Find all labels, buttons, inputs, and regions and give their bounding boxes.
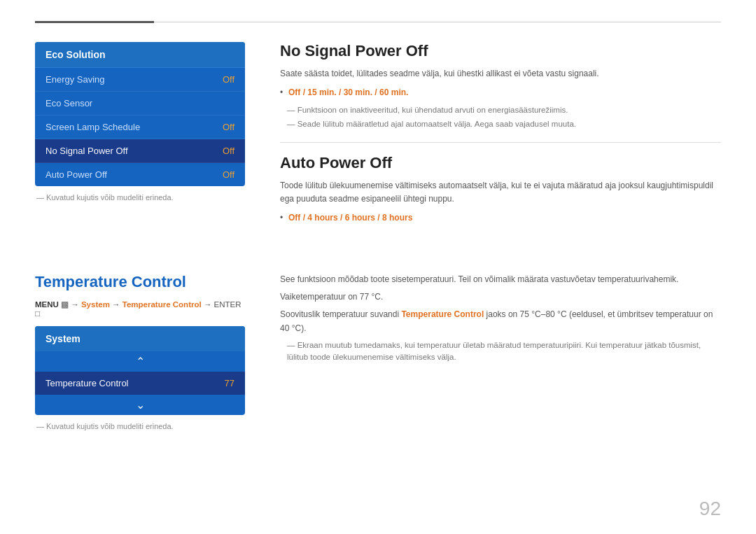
temp-highlight: Temperature Control [401, 309, 484, 319]
menu-item-auto-power[interactable]: Auto Power Off Off [35, 163, 245, 186]
menu-enter-icon: □ [35, 309, 40, 318]
divider-dark [35, 21, 154, 23]
menu-item-label: Screen Lamp Schedule [46, 122, 140, 132]
temp-note: Kuvatud kujutis võib mudeliti erineda. [35, 422, 245, 430]
no-signal-desc: Saate säästa toidet, lülitades seadme vä… [280, 67, 721, 80]
menu-arrow3: → ENTER [204, 300, 241, 309]
menu-arrow1: ▩ → [61, 300, 81, 309]
auto-power-title: Auto Power Off [280, 154, 721, 172]
menu-item-screen-lamp[interactable]: Screen Lamp Schedule Off [35, 115, 245, 139]
system-box: System ⌃ Temperature Control 77 ⌄ [35, 326, 245, 415]
divider-light [154, 22, 721, 22]
menu-item-value: Off [223, 122, 234, 132]
menu-item-label: No Signal Power Off [46, 146, 128, 156]
eco-menu-panel: Eco Solution Energy Saving Off Eco Senso… [35, 42, 245, 202]
auto-power-bullets: Off / 4 hours / 6 hours / 8 hours [280, 211, 721, 224]
menu-item-energy-saving[interactable]: Energy Saving Off [35, 68, 245, 92]
temp-right-panel: See funktsioon mõõdab toote sisetemperat… [280, 273, 721, 365]
menu-temp-control: Temperature Control [122, 300, 202, 309]
temp-desc1: See funktsioon mõõdab toote sisetemperat… [280, 273, 721, 286]
system-item-label: Temperature Control [46, 378, 129, 388]
menu-item-no-signal[interactable]: No Signal Power Off Off [35, 139, 245, 163]
temp-title: Temperature Control [35, 273, 245, 291]
auto-power-bullet1: Off / 4 hours / 6 hours / 8 hours [280, 211, 721, 224]
eco-menu-header: Eco Solution [35, 42, 245, 68]
menu-item-value: Off [223, 169, 234, 180]
system-header: System [35, 326, 245, 351]
temp-note1: Ekraan muutub tumedamaks, kui temperatuu… [280, 339, 721, 364]
no-signal-note2: Seade lülitub määratletud ajal automaats… [280, 118, 721, 130]
eco-menu-box: Eco Solution Energy Saving Off Eco Senso… [35, 42, 245, 186]
no-signal-title: No Signal Power Off [280, 42, 721, 60]
arrow-up-icon: ⌃ [35, 351, 245, 372]
temp-desc2: Vaiketemperatuur on 77 °C. [280, 290, 721, 304]
no-signal-highlight: Off / 15 min. / 30 min. / 60 min. [288, 87, 408, 97]
menu-item-value: Off [223, 74, 234, 85]
menu-item-label: Auto Power Off [46, 169, 107, 180]
system-temp-item[interactable]: Temperature Control 77 [35, 372, 245, 395]
top-dividers [35, 21, 721, 23]
no-signal-bullet1: Off / 15 min. / 30 min. / 60 min. [280, 86, 721, 99]
arrow-down-icon: ⌄ [35, 395, 245, 415]
menu-system: System [81, 300, 110, 309]
menu-item-label: Eco Sensor [46, 98, 92, 108]
auto-power-desc: Toode lülitub ülekuumenemise vältimiseks… [280, 179, 721, 206]
eco-note: Kuvatud kujutis võib mudeliti erineda. [35, 193, 245, 202]
menu-item-eco-sensor[interactable]: Eco Sensor [35, 92, 245, 115]
no-signal-bullets: Off / 15 min. / 30 min. / 60 min. [280, 86, 721, 99]
section-divider [280, 142, 721, 143]
temp-desc3: Soovituslik temperatuur suvandi Temperat… [280, 308, 721, 335]
menu-item-value: Off [223, 146, 234, 156]
menu-arrow2: → [112, 300, 122, 309]
page-number: 92 [699, 498, 721, 520]
auto-power-highlight: Off / 4 hours / 6 hours / 8 hours [288, 213, 412, 223]
menu-path: MENU ▩ → System → Temperature Control → … [35, 300, 245, 318]
menu-keyword: MENU [35, 300, 61, 309]
temp-section-left: Temperature Control MENU ▩ → System → Te… [35, 273, 245, 430]
page-container: Eco Solution Energy Saving Off Eco Senso… [0, 0, 756, 534]
right-panel: No Signal Power Off Saate säästa toidet,… [280, 42, 721, 230]
menu-item-label: Energy Saving [46, 74, 105, 85]
system-item-value: 77 [225, 378, 234, 388]
no-signal-note1: Funktsioon on inaktiveeritud, kui ühenda… [280, 104, 721, 116]
